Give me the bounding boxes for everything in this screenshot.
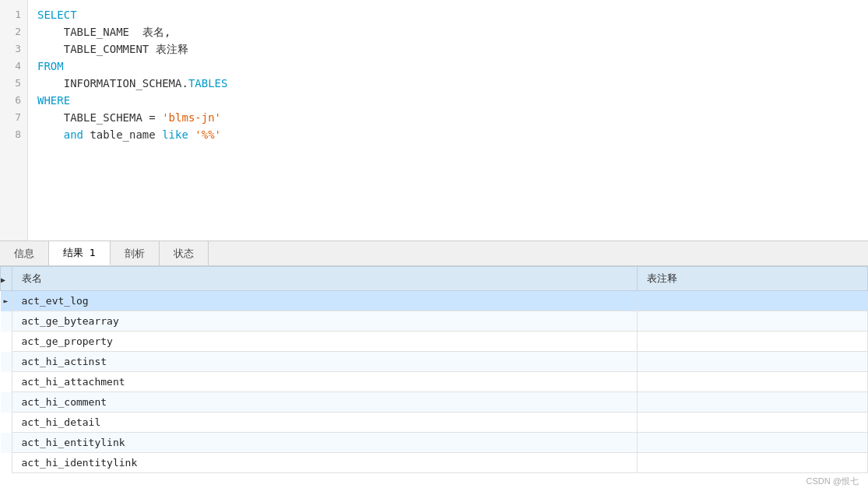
cell-table-name: act_hi_attachment <box>12 372 637 392</box>
tab-result1[interactable]: 结果 1 <box>49 241 111 265</box>
code-line: TABLE_SCHEMA = 'blms-jn' <box>37 109 859 126</box>
row-indicator <box>1 392 12 412</box>
code-line: TABLE_NAME 表名, <box>37 23 859 40</box>
row-indicator <box>1 453 12 473</box>
watermark: CSDN @恨七 <box>807 476 859 487</box>
token-kw-and: and <box>64 128 83 141</box>
header-table_name: 表名 <box>12 267 637 291</box>
code-editor[interactable]: 12345678 SELECT TABLE_NAME 表名, TABLE_COM… <box>0 0 868 241</box>
token-indent <box>37 77 64 90</box>
table-body[interactable]: ►act_evt_logact_ge_bytearrayact_ge_prope… <box>1 291 868 473</box>
cell-table-comment <box>637 372 867 392</box>
tabs-bar[interactable]: 信息结果 1剖析状态 <box>0 241 868 266</box>
table-row[interactable]: act_hi_identitylink <box>1 453 868 473</box>
token-kw-select: SELECT <box>37 9 77 21</box>
cell-table-name: act_hi_detail <box>12 412 637 433</box>
cell-table-name: act_ge_bytearray <box>12 311 637 332</box>
code-line: FROM <box>37 58 859 75</box>
token-indent <box>37 43 64 55</box>
table-header: 表名表注释 <box>1 267 868 291</box>
cell-table-name: act_ge_property <box>12 332 637 352</box>
cell-table-name: act_hi_identitylink <box>12 453 637 473</box>
results-table: 表名表注释 ►act_evt_logact_ge_bytearrayact_ge… <box>0 266 868 473</box>
results-area[interactable]: 表名表注释 ►act_evt_logact_ge_bytearrayact_ge… <box>0 266 868 495</box>
tab-info[interactable]: 信息 <box>0 241 49 265</box>
token-string-val: 'blms-jn' <box>162 111 221 124</box>
cell-table-name: act_hi_comment <box>12 392 637 412</box>
tab-status[interactable]: 状态 <box>160 241 209 265</box>
table-row[interactable]: act_hi_comment <box>1 392 868 412</box>
line-number: 3 <box>0 40 27 58</box>
cell-table-comment <box>637 352 867 372</box>
token-comment-text: 表名, <box>142 26 170 38</box>
table-row[interactable]: act_hi_detail <box>1 412 868 433</box>
cell-table-comment <box>637 392 867 412</box>
cell-table-comment <box>637 433 867 453</box>
cell-table-comment <box>637 412 867 433</box>
token-schema-ref: INFORMATION_SCHEMA. <box>64 77 188 90</box>
table-row[interactable]: act_hi_attachment <box>1 372 868 392</box>
token-col-name: TABLE_NAME <box>64 26 129 38</box>
code-line: WHERE <box>37 92 859 109</box>
code-line: SELECT <box>37 6 859 23</box>
row-indicator <box>1 332 12 352</box>
code-line: TABLE_COMMENT 表注释 <box>37 40 859 58</box>
token-kw-like: like <box>162 128 188 141</box>
row-indicator <box>1 433 12 453</box>
line-numbers: 12345678 <box>0 0 28 240</box>
header-table_comment: 表注释 <box>637 267 867 291</box>
bottom-section: 信息结果 1剖析状态 表名表注释 ►act_evt_logact_ge_byte… <box>0 241 868 495</box>
tab-profile[interactable]: 剖析 <box>111 241 160 265</box>
code-content[interactable]: SELECT TABLE_NAME 表名, TABLE_COMMENT 表注释F… <box>28 0 868 240</box>
token-string-val: '%%' <box>195 128 221 141</box>
cell-table-comment <box>637 291 867 311</box>
token-plain: table_name <box>83 128 162 141</box>
row-indicator <box>1 372 12 392</box>
token-plain <box>149 43 155 55</box>
header-row: 表名表注释 <box>1 267 868 291</box>
token-kw-tables: TABLES <box>188 77 228 90</box>
header-indicator <box>1 267 12 291</box>
token-kw-where: WHERE <box>37 94 70 107</box>
line-number: 7 <box>0 109 27 126</box>
row-indicator <box>1 311 12 332</box>
cell-table-comment <box>637 332 867 352</box>
table-row[interactable]: act_ge_property <box>1 332 868 352</box>
cell-table-comment <box>637 311 867 332</box>
cell-table-name: act_evt_log <box>12 291 637 311</box>
row-indicator <box>1 352 12 372</box>
line-number: 5 <box>0 75 27 92</box>
cell-table-name: act_hi_actinst <box>12 352 637 372</box>
token-col-name: TABLE_COMMENT <box>64 43 149 55</box>
table-row[interactable]: ►act_evt_log <box>1 291 868 311</box>
table-row[interactable]: act_ge_bytearray <box>1 311 868 332</box>
code-line: INFORMATION_SCHEMA.TABLES <box>37 75 859 92</box>
code-line: and table_name like '%%' <box>37 126 859 143</box>
line-number: 2 <box>0 23 27 40</box>
line-number: 8 <box>0 126 27 143</box>
line-number: 4 <box>0 58 27 75</box>
token-col-name: TABLE_SCHEMA <box>64 111 142 124</box>
table-row[interactable]: act_hi_actinst <box>1 352 868 372</box>
table-row[interactable]: act_hi_entitylink <box>1 433 868 453</box>
token-indent <box>37 111 64 124</box>
line-number: 1 <box>0 6 27 23</box>
cell-table-comment <box>637 453 867 473</box>
token-plain: = <box>142 111 162 124</box>
row-indicator <box>1 412 12 433</box>
line-number: 6 <box>0 92 27 109</box>
token-indent <box>37 128 64 141</box>
token-comment-text: 表注释 <box>156 43 188 55</box>
token-indent <box>37 26 64 38</box>
row-indicator: ► <box>1 291 12 311</box>
cell-table-name: act_hi_entitylink <box>12 433 637 453</box>
token-plain <box>129 26 142 38</box>
token-kw-from: FROM <box>37 60 64 72</box>
